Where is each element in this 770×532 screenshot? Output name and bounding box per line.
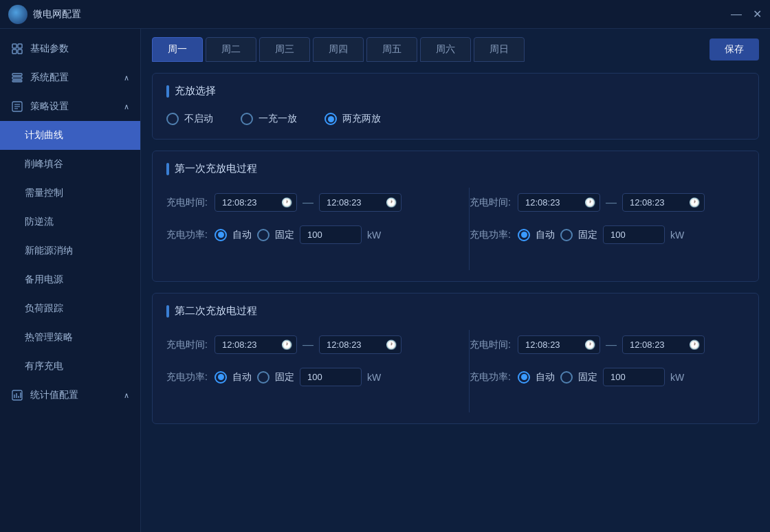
tab-tuesday[interactable]: 周二 (206, 37, 256, 62)
sidebar-item-demand-ctrl[interactable]: 需量控制 (0, 179, 140, 208)
first-right-power-input[interactable] (603, 225, 665, 244)
title-bar-accent (166, 85, 169, 98)
clock-icon-5: 🕐 (281, 340, 292, 350)
sidebar-label-backup-power: 备用电源 (25, 274, 63, 286)
main-layout: 基础参数 系统配置 ∧ (0, 29, 770, 532)
second-left-time-end-input[interactable]: 🕐 (319, 335, 402, 354)
first-left-time-start-field[interactable] (222, 197, 277, 208)
first-right-time-start-field[interactable] (525, 197, 580, 208)
close-button[interactable]: ✕ (753, 9, 762, 20)
second-process-section: 第二次充放电过程 充电时间: 🕐 — (152, 293, 759, 424)
tab-monday[interactable]: 周一 (152, 37, 203, 62)
second-left-radio-fixed[interactable]: 固定 (257, 371, 294, 384)
second-left-fixed-label: 固定 (275, 371, 294, 384)
radio-label-one-cycle: 一充一放 (258, 113, 297, 125)
first-right-time-start-input[interactable]: 🕐 (518, 193, 600, 212)
chevron-up-icon2: ∧ (124, 102, 129, 111)
sidebar-item-backup-power[interactable]: 备用电源 (0, 265, 140, 294)
second-left-power-input[interactable] (300, 368, 362, 386)
second-right-time-start-input[interactable]: 🕐 (518, 335, 600, 354)
sidebar-label-demand-ctrl: 需量控制 (25, 187, 63, 199)
sidebar-label-strategy-config: 策略设置 (30, 100, 69, 113)
sidebar-item-basic-params[interactable]: 基础参数 (0, 34, 140, 63)
sidebar-item-stats-config[interactable]: 统计值配置 ∧ (0, 381, 140, 410)
tab-thursday[interactable]: 周四 (313, 37, 364, 62)
second-left-time-end-field[interactable] (327, 340, 382, 350)
first-left-power-unit: kW (367, 230, 381, 241)
first-process-grid: 充电时间: 🕐 — 🕐 充电功率: (166, 188, 745, 270)
second-left-radio-auto[interactable]: 自动 (214, 371, 252, 384)
radio-label-two-cycle: 两充两放 (342, 113, 381, 125)
second-right-time-end-input[interactable]: 🕐 (622, 335, 705, 354)
sidebar-item-plan-curve[interactable]: 计划曲线 (0, 121, 140, 150)
second-process-title: 第二次充放电过程 (166, 304, 745, 318)
first-left-fixed-label: 固定 (275, 229, 294, 241)
first-right-radio-fixed[interactable]: 固定 (560, 229, 597, 241)
second-right-power-label: 充电功率: (470, 371, 512, 384)
second-right-time-end-field[interactable] (630, 340, 685, 350)
tab-friday[interactable]: 周五 (366, 37, 417, 62)
svg-rect-0 (12, 44, 16, 48)
first-left-radio-fixed[interactable]: 固定 (257, 229, 294, 241)
second-left-time-start-field[interactable] (222, 340, 277, 350)
svg-rect-4 (12, 74, 22, 76)
sidebar-label-anti-backflow: 防逆流 (25, 216, 54, 228)
second-right-time-label: 充电时间: (470, 339, 512, 351)
second-right-power-input[interactable] (603, 368, 665, 386)
sidebar-item-load-track[interactable]: 负荷跟踪 (0, 294, 140, 323)
second-process-grid: 充电时间: 🕐 — 🕐 充电功率: (166, 330, 745, 412)
first-left-fixed-circle (257, 229, 270, 241)
charge-options-row: 不启动 一充一放 两充两放 (166, 110, 745, 128)
svg-rect-3 (18, 49, 22, 54)
second-left-power-unit: kW (367, 372, 381, 383)
first-right-power-label: 充电功率: (470, 229, 512, 241)
second-right-power-unit: kW (670, 372, 684, 383)
clock-icon-8: 🕐 (689, 340, 700, 350)
dash-3: — (302, 339, 314, 351)
save-button[interactable]: 保存 (710, 38, 759, 60)
grid-icon (11, 43, 23, 55)
sidebar-label-new-energy: 新能源消纳 (25, 245, 73, 257)
tab-saturday[interactable]: 周六 (420, 37, 471, 62)
first-left-radio-auto[interactable]: 自动 (214, 229, 252, 241)
sidebar-item-strategy-config[interactable]: 策略设置 ∧ (0, 92, 140, 121)
sidebar-item-anti-backflow[interactable]: 防逆流 (0, 208, 140, 236)
second-process-right: 充电时间: 🕐 — 🕐 充电功率: (456, 330, 745, 412)
second-right-auto-label: 自动 (536, 371, 555, 384)
sidebar-item-peak-fill[interactable]: 削峰填谷 (0, 150, 140, 179)
radio-disabled[interactable]: 不启动 (166, 113, 213, 125)
radio-circle-one-cycle (241, 113, 253, 125)
clock-icon-2: 🕐 (386, 197, 397, 208)
first-left-time-end-field[interactable] (327, 197, 382, 208)
second-right-auto-circle (518, 371, 530, 384)
first-left-time-start-input[interactable]: 🕐 (214, 193, 297, 212)
first-left-power-input[interactable] (300, 225, 362, 244)
second-right-time-row: 充电时间: 🕐 — 🕐 (470, 335, 745, 354)
first-right-auto-label: 自动 (536, 229, 555, 241)
first-process-section: 第一次充放电过程 充电时间: 🕐 — (152, 151, 759, 282)
radio-two-cycle[interactable]: 两充两放 (324, 113, 381, 125)
first-left-time-end-input[interactable]: 🕐 (319, 193, 402, 212)
first-right-time-end-field[interactable] (630, 197, 685, 208)
radio-one-cycle[interactable]: 一充一放 (241, 113, 297, 125)
second-left-fixed-circle (257, 371, 270, 384)
charge-selection-title: 充放选择 (166, 85, 745, 98)
title-bar-accent2 (166, 163, 169, 175)
chevron-up-icon: ∧ (124, 74, 129, 82)
second-left-time-start-input[interactable]: 🕐 (214, 335, 297, 354)
sidebar-item-ordered-charge[interactable]: 有序充电 (0, 352, 140, 381)
dash-4: — (606, 339, 617, 351)
minimize-button[interactable]: — (731, 9, 742, 20)
second-right-time-start-field[interactable] (525, 340, 580, 350)
second-right-radio-fixed[interactable]: 固定 (560, 371, 597, 384)
tab-sunday[interactable]: 周日 (474, 37, 525, 62)
app-title: 微电网配置 (33, 8, 81, 21)
first-right-radio-auto[interactable]: 自动 (518, 229, 555, 241)
second-right-radio-auto[interactable]: 自动 (518, 371, 555, 384)
tab-wednesday[interactable]: 周三 (259, 37, 310, 62)
first-right-time-end-input[interactable]: 🕐 (622, 193, 705, 212)
sidebar-item-thermal-mgmt[interactable]: 热管理策略 (0, 323, 140, 352)
second-right-fixed-label: 固定 (578, 371, 597, 384)
sidebar-item-new-energy[interactable]: 新能源消纳 (0, 236, 140, 265)
sidebar-item-system-config[interactable]: 系统配置 ∧ (0, 63, 140, 92)
